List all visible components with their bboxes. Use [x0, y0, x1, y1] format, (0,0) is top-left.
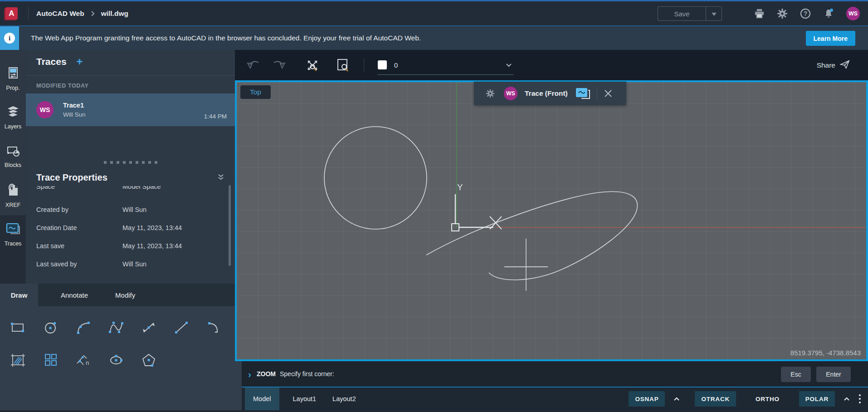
osnap-menu-chevron-up-icon[interactable]	[672, 391, 682, 407]
property-value: Will Sun	[122, 206, 146, 213]
ortho-toggle[interactable]: ORTHO	[749, 391, 786, 407]
banner-message: The Web App Program granting free access…	[31, 26, 421, 50]
layer-value: 0	[394, 61, 398, 69]
trace-list-item[interactable]: WS Trace1 Will Sun 1:44 PM	[26, 93, 235, 126]
zoom-window-icon[interactable]	[336, 58, 351, 73]
status-overflow-menu-icon[interactable]	[855, 391, 864, 407]
main-area: Prop. Layers Blocks XREF	[0, 50, 868, 410]
chevron-down-icon	[712, 10, 717, 18]
tab-draw[interactable]: Draw	[0, 284, 38, 306]
command-bar[interactable]: › ZOOM Specify first corner: Esc Enter	[242, 361, 868, 387]
enter-button[interactable]: Enter	[816, 367, 851, 382]
divider	[26, 75, 235, 76]
help-icon[interactable]: ?	[800, 8, 811, 19]
left-sidebar: Prop. Layers Blocks XREF	[0, 50, 26, 284]
save-split-button: Save	[658, 6, 722, 21]
sidebar-item-label: Prop.	[6, 85, 20, 91]
polar-toggle[interactable]: POLAR	[799, 391, 835, 407]
trace-properties-title: Trace Properties	[36, 172, 107, 183]
modified-today-label: MODIFIED TODAY	[36, 83, 88, 89]
polar-menu-chevron-up-icon[interactable]	[842, 391, 852, 407]
layer-color-swatch	[378, 60, 387, 69]
property-value: Will Sun	[122, 260, 146, 268]
insert-blocks-tool-button[interactable]	[34, 348, 67, 372]
canvas-toolbar: 0 Share	[235, 50, 868, 80]
sidebar-item-xref[interactable]: XREF	[0, 176, 26, 215]
divider	[28, 7, 29, 20]
autocad-logo[interactable]: A	[5, 7, 18, 20]
sidebar-item-properties[interactable]: Prop.	[0, 59, 26, 98]
settings-gear-icon[interactable]	[777, 8, 788, 19]
sidebar-item-traces[interactable]: Traces	[0, 215, 26, 254]
tab-model[interactable]: Model	[245, 387, 279, 410]
property-label: Last save	[36, 242, 122, 250]
circle-tool-button[interactable]	[34, 316, 67, 339]
property-value: Model Space	[122, 186, 161, 190]
property-label: Space	[36, 186, 122, 190]
trace-avatar: WS	[36, 101, 54, 118]
breadcrumb-file: will.dwg	[101, 10, 128, 18]
hatch-tool-button[interactable]	[2, 348, 34, 372]
esc-button[interactable]: Esc	[781, 367, 811, 382]
properties-icon	[7, 66, 20, 82]
property-value: May 11, 2023, 13:44	[122, 242, 182, 250]
collapse-chevrons-icon[interactable]	[217, 174, 224, 182]
layers-icon	[6, 106, 20, 120]
sidebar-item-layers[interactable]: Layers	[0, 98, 26, 137]
tab-layout1[interactable]: Layout1	[285, 387, 325, 410]
learn-more-button[interactable]: Learn More	[806, 31, 855, 46]
osnap-toggle[interactable]: OSNAP	[629, 391, 665, 407]
panel-resize-handle[interactable]	[26, 161, 235, 164]
status-toggles: OSNAP OTRACK ORTHO POLAR	[629, 391, 852, 407]
share-button[interactable]: Share	[817, 60, 850, 71]
breadcrumb-app[interactable]: AutoCAD Web	[36, 10, 84, 18]
property-label: Creation Date	[36, 224, 122, 231]
tab-layout2[interactable]: Layout2	[324, 387, 364, 410]
property-row: Last saved by Will Sun	[36, 260, 227, 268]
properties-scrollbar[interactable]	[229, 185, 231, 266]
offset-arc-tool-button[interactable]	[198, 316, 230, 339]
autocad-web-app: A AutoCAD Web will.dwg Save ?	[0, 0, 868, 412]
xref-icon	[7, 183, 20, 199]
tab-modify[interactable]: Modify	[102, 284, 149, 306]
measure-tool-button[interactable]	[132, 316, 165, 339]
sidebar-item-blocks[interactable]: Blocks	[0, 137, 26, 176]
divider	[597, 87, 597, 100]
count-tool-button[interactable]: n	[67, 348, 100, 372]
close-icon[interactable]	[604, 89, 612, 98]
trace-toggle-icon[interactable]	[575, 87, 590, 100]
property-label: Last saved by	[36, 260, 122, 268]
notifications-bell-icon[interactable]	[823, 8, 834, 19]
undo-icon[interactable]	[246, 59, 261, 72]
breadcrumb: AutoCAD Web will.dwg	[36, 1, 128, 25]
polygon-tool-button[interactable]	[132, 348, 165, 372]
ucs-y-label: Y	[457, 182, 463, 192]
trace-name: Trace1	[63, 102, 86, 109]
property-row: Last save May 11, 2023, 13:44	[36, 242, 227, 250]
ellipse-tool-button[interactable]	[100, 348, 132, 372]
tab-annotate[interactable]: Annotate	[47, 284, 102, 306]
user-avatar[interactable]: WS	[846, 7, 860, 20]
trace-bar-label: Trace (Front)	[525, 89, 568, 98]
redo-icon[interactable]	[271, 59, 287, 72]
property-value: May 11, 2023, 13:44	[122, 224, 182, 231]
command-prompt-chevron-icon: ›	[248, 369, 251, 379]
trace-time: 1:44 PM	[204, 113, 227, 120]
rectangle-tool-button[interactable]	[2, 316, 34, 339]
print-icon[interactable]	[754, 8, 765, 19]
save-dropdown-button[interactable]	[706, 6, 722, 21]
otrack-toggle[interactable]: OTRACK	[695, 391, 736, 407]
save-button[interactable]: Save	[658, 6, 706, 21]
arc-tool-button[interactable]	[67, 316, 100, 339]
layer-dropdown[interactable]: 0	[378, 56, 514, 75]
blocks-icon	[6, 145, 20, 159]
view-cube-label[interactable]: Top	[240, 85, 271, 99]
add-trace-button[interactable]: +	[77, 57, 83, 66]
line-tool-button[interactable]	[165, 316, 198, 339]
trace-settings-gear-icon[interactable]	[486, 89, 495, 98]
polyline-tool-button[interactable]	[100, 316, 132, 339]
send-plane-icon	[840, 60, 850, 71]
property-row: Creation Date May 11, 2023, 13:44	[36, 224, 227, 231]
drawing-canvas[interactable]: Y Top WS Trace (Front) 85	[235, 80, 868, 361]
zoom-extents-icon[interactable]	[305, 58, 320, 73]
